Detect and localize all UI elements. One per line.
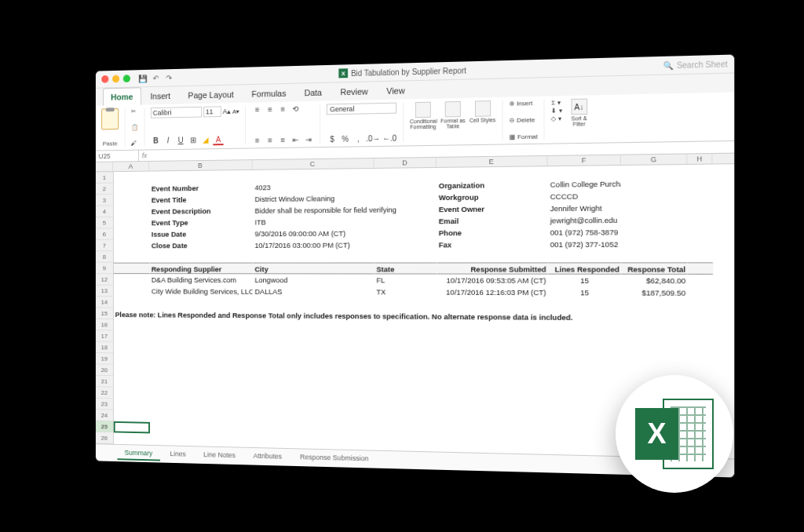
cell[interactable]: Fax <box>437 239 549 251</box>
row-header[interactable]: 9 <box>96 263 113 274</box>
cell[interactable]: Event Type <box>150 217 254 228</box>
cell[interactable]: 10/17/2016 12:16:03 PM (CT) <box>437 286 549 299</box>
sheet-tab-response-submission[interactable]: Response Submission <box>292 450 376 466</box>
sheet-tab-lines[interactable]: Lines <box>163 447 193 461</box>
row-header[interactable]: 3 <box>96 195 113 206</box>
row-header[interactable]: 18 <box>96 342 113 354</box>
cell[interactable]: Issue Date <box>150 228 254 239</box>
cell[interactable]: CCCCD <box>549 190 622 202</box>
col-header[interactable]: G <box>621 154 687 165</box>
clear-icon[interactable]: ◇ ▾ <box>551 115 562 122</box>
col-header[interactable]: D <box>374 158 436 168</box>
cell[interactable]: Email <box>437 214 549 227</box>
align-center-icon[interactable]: ≡ <box>265 136 275 144</box>
cell[interactable]: 001 (972) 758-3879 <box>549 226 622 239</box>
delete-cells-button[interactable]: ⊖ Delete <box>510 116 538 124</box>
name-box[interactable]: U25 <box>96 151 139 162</box>
row-header[interactable]: 22 <box>96 387 113 399</box>
cell[interactable]: $187,509.50 <box>622 286 688 299</box>
row-header[interactable]: 4 <box>96 206 113 217</box>
col-header[interactable]: F <box>548 155 621 166</box>
tab-data[interactable]: Data <box>296 83 331 102</box>
row-header[interactable]: 13 <box>96 286 113 297</box>
cell[interactable]: TX <box>375 286 437 297</box>
align-right-icon[interactable]: ≡ <box>278 136 288 144</box>
tab-view[interactable]: View <box>378 81 413 100</box>
row-header[interactable]: 24 <box>96 410 113 421</box>
tab-review[interactable]: Review <box>332 82 377 100</box>
sort-filter-button[interactable]: A↓Sort & Filter <box>565 98 593 140</box>
fx-icon[interactable]: fx <box>139 150 150 161</box>
sheet-tab-line-notes[interactable]: Line Notes <box>196 448 243 463</box>
cell[interactable]: Close Date <box>150 239 254 251</box>
cell[interactable]: 9/30/2016 09:00:00 AM (CT) <box>254 228 375 239</box>
cut-icon[interactable]: ✂ <box>131 108 138 115</box>
autosum-icon[interactable]: Σ ▾ <box>551 99 562 106</box>
fill-color-button[interactable]: ◢ <box>200 136 210 146</box>
format-painter-icon[interactable]: 🖌 <box>131 140 138 147</box>
cell[interactable]: Phone <box>437 227 549 239</box>
cell[interactable]: 4023 <box>254 180 375 193</box>
row-header[interactable]: 15 <box>96 308 113 319</box>
col-header[interactable]: A <box>113 162 149 171</box>
search-sheet[interactable]: 🔍 Search Sheet <box>663 59 728 69</box>
currency-icon[interactable]: $ <box>327 135 338 144</box>
cell[interactable]: City Wide Building Services, LLC <box>150 286 254 297</box>
paste-button[interactable]: Paste <box>103 140 118 148</box>
cell[interactable]: Response Total <box>622 262 688 275</box>
cell[interactable]: Jennifer Wright <box>549 202 622 215</box>
select-all-corner[interactable] <box>96 162 113 172</box>
fill-icon[interactable]: ⬇ ▾ <box>551 107 562 114</box>
cell[interactable]: Event Number <box>150 182 254 195</box>
cell[interactable]: City <box>254 263 375 275</box>
cell[interactable]: Collin College Purchasing <box>549 177 622 190</box>
copy-icon[interactable]: 📋 <box>131 124 138 131</box>
increase-font-icon[interactable]: A▴ <box>223 107 231 115</box>
close-window-icon[interactable] <box>101 75 108 83</box>
redo-icon[interactable]: ↷ <box>164 72 174 83</box>
bold-button[interactable]: B <box>151 137 161 147</box>
row-header[interactable]: 21 <box>96 376 113 388</box>
percent-icon[interactable]: % <box>340 135 351 144</box>
row-header[interactable]: 17 <box>96 330 113 342</box>
decimal-inc-icon[interactable]: .0→ <box>366 134 380 143</box>
cell[interactable]: ITB <box>254 216 375 228</box>
save-icon[interactable]: 💾 <box>137 73 148 84</box>
paste-icon[interactable] <box>101 108 119 129</box>
active-cell[interactable] <box>114 421 150 433</box>
indent-dec-icon[interactable]: ⇤ <box>291 136 301 144</box>
row-header[interactable]: 19 <box>96 353 113 365</box>
tab-formulas[interactable]: Formulas <box>243 84 294 103</box>
cell[interactable]: Organization <box>437 178 549 191</box>
row-header[interactable]: 2 <box>96 184 113 195</box>
decrease-font-icon[interactable]: A▾ <box>232 107 239 115</box>
cell[interactable]: 10/17/2016 09:53:05 AM (CT) <box>437 275 549 286</box>
row-header[interactable]: 20 <box>96 364 113 376</box>
font-size-selector[interactable]: 11 <box>203 106 221 117</box>
cell[interactable]: District Window Cleaning <box>254 192 375 205</box>
row-header[interactable]: 6 <box>96 228 113 240</box>
undo-icon[interactable]: ↶ <box>151 72 161 83</box>
cell[interactable]: State <box>375 262 437 274</box>
font-color-button[interactable]: A <box>213 135 223 145</box>
row-header[interactable]: 26 <box>96 432 113 444</box>
cell[interactable]: 10/17/2016 03:00:00 PM (CT) <box>254 239 375 251</box>
tab-insert[interactable]: Insert <box>142 86 178 104</box>
sheet-tab-attributes[interactable]: Attributes <box>246 450 290 465</box>
cell[interactable]: DALLAS <box>254 286 375 297</box>
row-header[interactable]: 7 <box>96 240 113 251</box>
col-header[interactable]: H <box>687 154 712 164</box>
cell[interactable]: FL <box>375 274 437 286</box>
cell[interactable]: D&A Building Services.com <box>150 274 254 286</box>
cell[interactable]: Longwood <box>254 274 375 286</box>
align-top-icon[interactable]: ≡ <box>252 105 262 114</box>
decimal-dec-icon[interactable]: ←.0 <box>382 134 397 143</box>
align-left-icon[interactable]: ≡ <box>252 137 262 145</box>
row-header[interactable]: 1 <box>96 172 113 184</box>
number-format-selector[interactable]: General <box>327 103 397 115</box>
format-cells-button[interactable]: ▦ Format <box>510 133 538 141</box>
maximize-window-icon[interactable] <box>123 75 130 82</box>
col-header[interactable]: E <box>437 156 548 167</box>
row-header[interactable]: 16 <box>96 319 113 331</box>
cell[interactable]: 001 (972) 377-1052 <box>549 239 622 251</box>
